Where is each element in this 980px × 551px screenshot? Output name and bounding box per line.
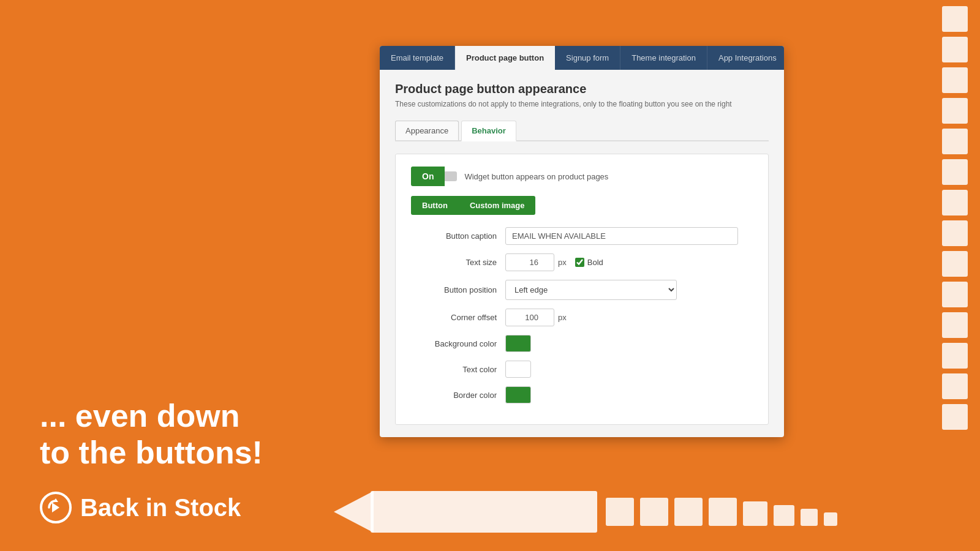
tab-app-integrations[interactable]: App Integrations — [707, 46, 784, 70]
tab-email-template[interactable]: Email template — [380, 46, 455, 70]
tab-product-page-button[interactable]: Product page button — [455, 46, 555, 70]
text-size-unit: px — [558, 258, 567, 267]
panel-content: Product page button appearance These cus… — [380, 70, 784, 437]
arrow-head — [334, 491, 374, 533]
brand-icon — [40, 492, 72, 523]
bold-checkbox[interactable] — [575, 258, 584, 267]
deco-square — [942, 373, 968, 399]
button-position-select[interactable]: Left edge Right edge Center — [505, 280, 677, 300]
ui-panel: Email template Product page button Signu… — [380, 46, 784, 437]
tab-bar: Email template Product page button Signu… — [380, 46, 784, 70]
brand-name: Back in Stock — [80, 494, 241, 522]
border-color-swatch[interactable] — [505, 386, 531, 403]
deco-square — [942, 404, 968, 430]
bottom-sq — [640, 498, 668, 526]
bottom-sq — [824, 512, 837, 526]
deco-square — [942, 343, 968, 369]
promo-line2: to the buttons! — [40, 435, 263, 471]
text-color-swatch[interactable] — [505, 361, 531, 378]
text-size-input[interactable] — [505, 253, 554, 271]
promo-line1: ... even down — [40, 398, 263, 435]
button-type-button[interactable]: Button — [411, 196, 459, 215]
text-color-label: Text color — [411, 365, 497, 374]
brand-logo: Back in Stock — [40, 492, 241, 523]
sub-tab-appearance[interactable]: Appearance — [395, 121, 459, 140]
toggle-description: Widget button appears on product pages — [464, 172, 608, 181]
bottom-sq — [801, 509, 818, 526]
bottom-sq — [774, 505, 794, 526]
deco-square — [942, 220, 968, 246]
background-color-row: Background color — [411, 335, 753, 352]
text-size-label: Text size — [411, 258, 497, 267]
corner-offset-unit: px — [558, 313, 567, 322]
deco-square — [942, 159, 968, 185]
deco-square — [942, 6, 968, 32]
bottom-sq — [709, 498, 737, 526]
toggle-on-button[interactable]: On — [411, 167, 445, 186]
corner-offset-label: Corner offset — [411, 313, 497, 322]
arrow-left — [334, 491, 597, 533]
deco-square — [942, 37, 968, 62]
panel-title: Product page button appearance — [395, 82, 769, 96]
background-color-swatch[interactable] — [505, 335, 531, 352]
bold-label: Bold — [587, 258, 603, 267]
button-caption-input[interactable] — [505, 227, 738, 245]
deco-square — [942, 98, 968, 124]
deco-square — [942, 251, 968, 277]
promo-text: ... even down to the buttons! — [40, 398, 263, 471]
bottom-squares — [606, 498, 837, 526]
toggle-row: On Widget button appears on product page… — [411, 167, 753, 186]
deco-square — [942, 190, 968, 216]
button-type-custom-image[interactable]: Custom image — [459, 196, 536, 215]
sub-tabs: Appearance Behavior — [395, 121, 769, 141]
tab-theme-integration[interactable]: Theme integration — [620, 46, 707, 70]
corner-offset-input[interactable] — [505, 309, 554, 326]
text-color-row: Text color — [411, 361, 753, 378]
toggle-off-button[interactable] — [445, 171, 457, 181]
bottom-sq — [606, 498, 634, 526]
panel-subtitle: These customizations do not apply to the… — [395, 100, 769, 108]
button-position-row: Button position Left edge Right edge Cen… — [411, 280, 753, 300]
sub-tab-behavior[interactable]: Behavior — [461, 121, 516, 141]
deco-square — [942, 282, 968, 307]
deco-square — [942, 129, 968, 154]
deco-square — [942, 67, 968, 93]
border-color-row: Border color — [411, 386, 753, 403]
border-color-label: Border color — [411, 391, 497, 400]
button-type-row: Button Custom image — [411, 196, 753, 215]
bottom-sq — [743, 501, 767, 526]
button-caption-row: Button caption — [411, 227, 753, 245]
background-color-label: Background color — [411, 339, 497, 348]
deco-square — [942, 312, 968, 338]
button-caption-label: Button caption — [411, 231, 497, 241]
tab-signup-form[interactable]: Signup form — [555, 46, 620, 70]
bold-check-container: Bold — [575, 258, 603, 267]
button-position-label: Button position — [411, 285, 497, 294]
text-size-row: Text size px Bold — [411, 253, 753, 271]
arrow-body — [371, 491, 597, 533]
bottom-decoration — [334, 491, 837, 533]
form-area: On Widget button appears on product page… — [395, 154, 769, 425]
corner-offset-row: Corner offset px — [411, 309, 753, 326]
bottom-sq — [674, 498, 703, 526]
right-decorative-squares — [942, 6, 968, 430]
